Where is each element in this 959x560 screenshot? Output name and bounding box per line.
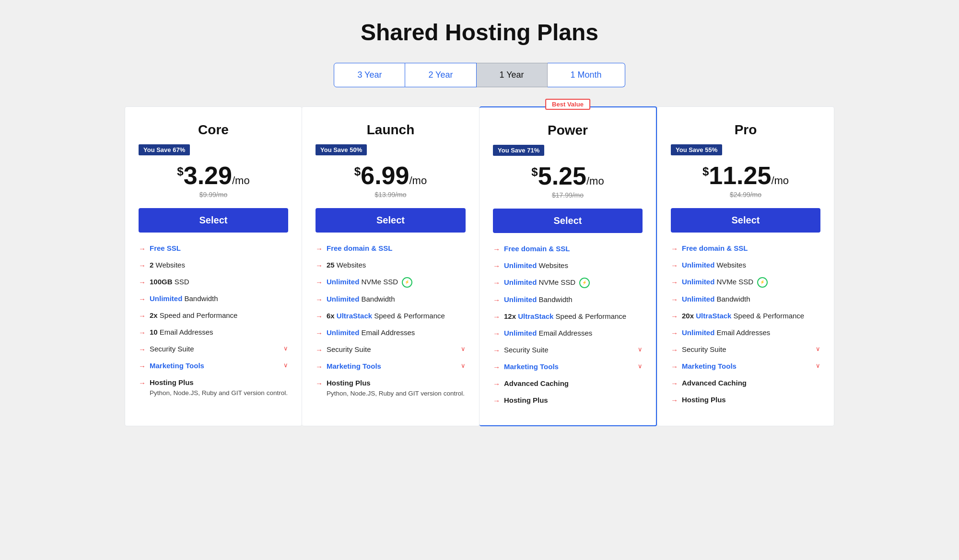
arrow-icon: → [316, 277, 323, 287]
feature-domain-ssl: → Free domain & SSL [316, 243, 466, 254]
plan-power-original: $17.99/mo [493, 191, 643, 199]
arrow-icon: → [671, 294, 678, 304]
feature-nvme: → Unlimited NVMe SSD ⚡ [316, 277, 466, 288]
arrow-icon: → [139, 361, 146, 371]
arrow-icon: → [316, 378, 323, 388]
plan-pro-savings: You Save 55% [671, 144, 722, 155]
arrow-icon: → [139, 311, 146, 321]
chevron-down-icon: ∨ [283, 361, 288, 370]
plan-power: Best Value Power You Save 71% $5.25/mo $… [480, 106, 657, 426]
chevron-down-icon: ∨ [816, 362, 820, 370]
arrow-icon: → [139, 244, 146, 254]
plan-pro-original: $24.99/mo [671, 191, 820, 198]
plan-power-features: → Free domain & SSL → Unlimited Websites… [493, 244, 643, 406]
feature-advanced-caching: → Advanced Caching [493, 378, 643, 389]
arrow-icon: → [139, 378, 146, 388]
plan-launch-features: → Free domain & SSL → 25 Websites → Unli… [316, 243, 466, 398]
tab-3year[interactable]: 3 Year [334, 63, 405, 87]
plan-launch-select[interactable]: Select [316, 208, 466, 233]
plan-launch-original: $13.99/mo [316, 191, 466, 198]
arrow-icon: → [671, 345, 678, 355]
feature-security: → Security Suite ∨ [493, 345, 643, 355]
plan-pro-select[interactable]: Select [671, 208, 820, 233]
plan-power-savings: You Save 71% [493, 145, 544, 156]
chevron-down-icon: ∨ [461, 362, 466, 370]
page-title: Shared Hosting Plans [10, 19, 949, 46]
arrow-icon: → [316, 362, 323, 372]
plan-launch-savings: You Save 50% [316, 144, 367, 155]
plan-core-savings: You Save 67% [139, 144, 190, 155]
plan-core-original: $9.99/mo [139, 191, 288, 198]
chevron-down-icon: ∨ [638, 345, 643, 354]
plan-launch: Launch You Save 50% $6.99/mo $13.99/mo S… [302, 106, 480, 426]
feature-hosting-plus: → Hosting PlusPython, Node.JS, Ruby and … [139, 377, 288, 398]
feature-domain-ssl: → Free domain & SSL [493, 244, 643, 254]
tab-2year[interactable]: 2 Year [405, 63, 476, 87]
feature-ultrastack: → 20x UltraStack Speed & Performance [671, 311, 820, 321]
arrow-icon: → [493, 244, 500, 254]
plan-core: Core You Save 67% $3.29/mo $9.99/mo Sele… [125, 106, 302, 426]
feature-nvme: → Unlimited NVMe SSD ⚡ [671, 277, 820, 288]
feature-email: → 10 Email Addresses [139, 327, 288, 338]
tab-1month[interactable]: 1 Month [548, 63, 625, 87]
arrow-icon: → [493, 278, 500, 288]
feature-hosting-plus: → Hosting Plus [671, 395, 820, 405]
feature-hosting-plus: → Hosting PlusPython, Node.JS, Ruby and … [316, 378, 466, 398]
arrow-icon: → [671, 260, 678, 270]
feature-advanced-caching: → Advanced Caching [671, 378, 820, 388]
plan-core-select[interactable]: Select [139, 208, 288, 233]
plan-core-features: → Free SSL → 2 Websites → 100GB SSD → Un… [139, 243, 288, 398]
best-value-badge: Best Value [545, 99, 590, 110]
arrow-icon: → [671, 244, 678, 254]
billing-tabs: 3 Year 2 Year 1 Year 1 Month [10, 63, 949, 87]
feature-email: → Unlimited Email Addresses [493, 328, 643, 338]
plan-power-name: Power [493, 123, 643, 138]
feature-email: → Unlimited Email Addresses [316, 327, 466, 338]
plan-power-select[interactable]: Select [493, 209, 643, 233]
feature-hosting-plus: → Hosting Plus [493, 395, 643, 406]
arrow-icon: → [493, 328, 500, 338]
arrow-icon: → [493, 312, 500, 322]
speed-icon: ⚡ [402, 277, 412, 288]
feature-ssd: → 100GB SSD [139, 277, 288, 287]
chevron-down-icon: ∨ [461, 345, 466, 353]
feature-websites: → Unlimited Websites [493, 260, 643, 271]
speed-icon: ⚡ [757, 277, 768, 288]
feature-marketing: → Marketing Tools ∨ [671, 361, 820, 372]
plan-pro-name: Pro [671, 122, 820, 138]
feature-websites: → 25 Websites [316, 260, 466, 270]
feature-bandwidth: → Unlimited Bandwidth [493, 294, 643, 305]
arrow-icon: → [139, 327, 146, 338]
arrow-icon: → [139, 344, 146, 354]
plan-launch-name: Launch [316, 122, 466, 138]
feature-domain-ssl: → Free domain & SSL [671, 243, 820, 254]
tab-1year[interactable]: 1 Year [477, 63, 548, 87]
arrow-icon: → [316, 328, 323, 338]
feature-websites: → Unlimited Websites [671, 260, 820, 270]
feature-bandwidth: → Unlimited Bandwidth [316, 294, 466, 304]
plans-container: Core You Save 67% $3.29/mo $9.99/mo Sele… [120, 106, 839, 426]
arrow-icon: → [139, 294, 146, 304]
arrow-icon: → [493, 295, 500, 305]
arrow-icon: → [493, 362, 500, 372]
plan-power-price: $5.25/mo [493, 163, 643, 188]
arrow-icon: → [493, 379, 500, 389]
plan-launch-price: $6.99/mo [316, 163, 466, 188]
arrow-icon: → [316, 311, 323, 321]
feature-security: → Security Suite ∨ [316, 344, 466, 355]
feature-speed: → 2x Speed and Performance [139, 310, 288, 321]
speed-icon: ⚡ [579, 278, 590, 288]
arrow-icon: → [316, 244, 323, 254]
plan-pro-features: → Free domain & SSL → Unlimited Websites… [671, 243, 820, 405]
feature-marketing: → Marketing Tools ∨ [316, 361, 466, 372]
plan-pro-price: $11.25/mo [671, 163, 820, 188]
arrow-icon: → [316, 294, 323, 304]
arrow-icon: → [671, 378, 678, 388]
arrow-icon: → [671, 277, 678, 287]
arrow-icon: → [316, 260, 323, 270]
arrow-icon: → [139, 277, 146, 287]
plan-core-price: $3.29/mo [139, 163, 288, 188]
feature-ultrastack: → 12x UltraStack Speed & Performance [493, 311, 643, 322]
arrow-icon: → [671, 395, 678, 405]
chevron-down-icon: ∨ [283, 344, 288, 353]
